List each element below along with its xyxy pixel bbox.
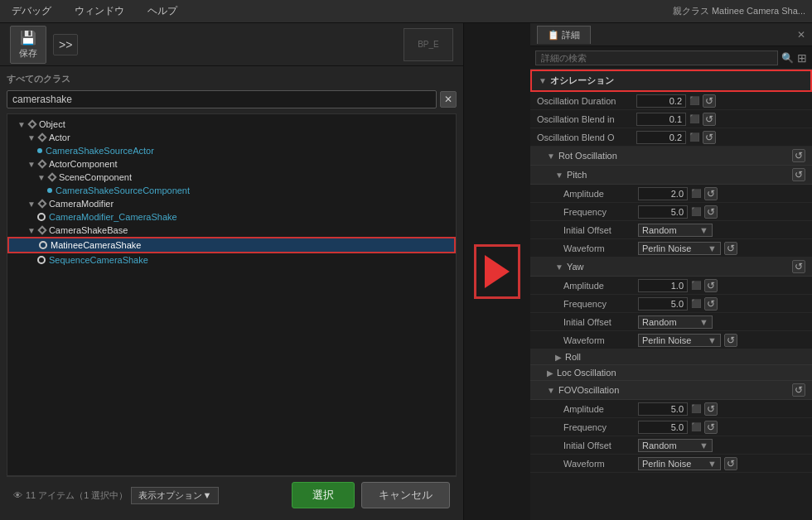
tree-item-camerashakesourcecomponent[interactable]: CameraShakeSourceComponent: [7, 184, 456, 197]
save-label: 保存: [19, 47, 37, 60]
pitch-reset[interactable]: ↺: [792, 168, 805, 181]
oscillation-blendout-input[interactable]: [636, 131, 686, 144]
tree-item-sequencecamerashake[interactable]: SequenceCameraShake: [7, 253, 456, 267]
select-button[interactable]: 選択: [292, 482, 355, 508]
yaw-frequency-reset[interactable]: ↺: [704, 297, 718, 311]
rot-oscillation-reset[interactable]: ↺: [792, 149, 805, 162]
oscillation-duration-reset[interactable]: ↺: [703, 94, 716, 108]
eye-icon: 👁: [13, 490, 22, 500]
fov-amplitude-input[interactable]: [638, 402, 688, 416]
oscillation-duration-label: Oscillation Duration: [537, 96, 636, 106]
pitch-initial-offset-dropdown[interactable]: Random ▼: [638, 224, 713, 237]
pitch-header[interactable]: ▼ Pitch ↺: [530, 166, 812, 185]
oscillation-blendin-reset[interactable]: ↺: [703, 113, 716, 126]
cancel-button[interactable]: キャンセル: [361, 482, 450, 508]
tree-item-actor[interactable]: ▼ Actor: [7, 131, 456, 144]
oscillation-duration-input[interactable]: [636, 94, 686, 108]
expand-arrow-camerashakebase: ▼: [27, 226, 36, 235]
fov-amplitude-reset[interactable]: ↺: [704, 402, 718, 416]
yaw-frequency-input[interactable]: [638, 297, 688, 311]
rot-oscillation-header[interactable]: ▼ Rot Oscillation ↺: [530, 147, 812, 166]
tree-item-object[interactable]: ▼ Object: [7, 118, 456, 131]
details-view-button[interactable]: ⊞: [797, 51, 807, 65]
oscillation-duration-drag-icon: ⬛: [689, 96, 699, 105]
fov-oscillation-reset[interactable]: ↺: [792, 383, 805, 397]
yaw-waveform-reset[interactable]: ↺: [724, 334, 737, 347]
expand-button[interactable]: >>: [53, 34, 78, 55]
search-icon: 🔍: [781, 52, 794, 64]
tree-item-camerashakesourceactor[interactable]: CameraShakeSourceActor: [7, 144, 456, 157]
oscillation-blendout-label: Oscillation Blend O: [537, 132, 636, 142]
tree-item-cameramodifier[interactable]: ▼ CameraModifier: [7, 197, 456, 210]
yaw-amplitude-drag-icon: ⬛: [691, 281, 701, 290]
bottom-bar: 👁 11 アイテム（1 選択中） 表示オプション▼ 選択 キャンセル: [7, 476, 457, 513]
save-button[interactable]: 💾 保存: [10, 26, 46, 64]
tree-item-cameramodifier-camerashake[interactable]: CameraModifier_CameraShake: [7, 210, 456, 224]
yaw-frequency-value: ⬛ ↺: [638, 297, 805, 311]
pitch-amplitude-input[interactable]: [638, 187, 688, 200]
pitch-waveform-row: Waveform Perlin Noise ▼ ↺: [530, 239, 812, 258]
details-tab[interactable]: 📋 詳細: [537, 26, 591, 44]
tree-item-camerashakebase[interactable]: ▼ CameraShakeBase: [7, 224, 456, 237]
yaw-initial-offset-dropdown-arrow: ▼: [699, 317, 708, 327]
tree-item-actorcomponent[interactable]: ▼ ActorComponent: [7, 157, 456, 171]
fov-initial-offset-dropdown[interactable]: Random ▼: [638, 439, 713, 452]
oscillation-section-label: オシレーション: [550, 75, 614, 87]
pitch-frequency-reset[interactable]: ↺: [704, 205, 718, 219]
details-panel: 📋 詳細 ✕ 🔍 ⊞ ▼ オシレーション Oscillation Duratio…: [530, 23, 812, 520]
yaw-amplitude-reset[interactable]: ↺: [704, 279, 718, 292]
yaw-frequency-row: Frequency ⬛ ↺: [530, 295, 812, 313]
tree-label-camerashakebase: CameraShakeBase: [49, 225, 128, 235]
show-options-button[interactable]: 表示オプション▼: [131, 487, 219, 504]
pitch-waveform-value: Perlin Noise ▼ ↺: [638, 242, 805, 255]
oscillation-duration-value: ⬛ ↺: [636, 94, 805, 108]
roll-expand-icon: ▶: [555, 353, 562, 362]
fov-frequency-reset[interactable]: ↺: [704, 421, 718, 434]
details-close-button[interactable]: ✕: [797, 29, 805, 41]
fov-waveform-dropdown-arrow: ▼: [708, 459, 717, 469]
yaw-amplitude-value: ⬛ ↺: [638, 279, 805, 292]
tree-item-matineecamerashake[interactable]: MatineeCameraShake: [7, 237, 456, 253]
yaw-initial-offset-dropdown[interactable]: Random ▼: [638, 315, 713, 329]
loc-oscillation-label: Loc Oscillation: [557, 368, 616, 378]
fov-oscillation-header[interactable]: ▼ FOVOscillation ↺: [530, 381, 812, 400]
roll-header[interactable]: ▶ Roll: [530, 349, 812, 365]
class-picker: すべてのクラス ✕ ▼ Object ▼ Actor: [0, 66, 463, 520]
pitch-waveform-reset[interactable]: ↺: [724, 242, 737, 255]
oscillation-section-header[interactable]: ▼ オシレーション: [530, 70, 812, 92]
pitch-waveform-dropdown[interactable]: Perlin Noise ▼: [638, 242, 721, 255]
menu-window[interactable]: ウィンドウ: [70, 2, 129, 20]
pitch-initial-offset-dropdown-arrow: ▼: [699, 225, 708, 235]
fov-frequency-input[interactable]: [638, 421, 688, 434]
expand-arrow-actor: ▼: [27, 133, 36, 142]
yaw-frequency-label: Frequency: [563, 299, 638, 309]
pitch-frequency-input[interactable]: [638, 205, 688, 219]
yaw-reset[interactable]: ↺: [792, 260, 805, 273]
oscillation-blendin-input[interactable]: [636, 113, 686, 126]
menu-debug[interactable]: デバッグ: [7, 2, 56, 20]
yaw-initial-offset-row: Initial Offset Random ▼: [530, 313, 812, 331]
yaw-header[interactable]: ▼ Yaw ↺: [530, 258, 812, 277]
search-input[interactable]: [7, 90, 437, 108]
clear-search-button[interactable]: ✕: [440, 91, 457, 108]
details-search-input[interactable]: [535, 51, 778, 65]
pitch-waveform-value-text: Perlin Noise: [642, 243, 691, 253]
loc-oscillation-header[interactable]: ▶ Loc Oscillation: [530, 365, 812, 381]
class-picker-title: すべてのクラス: [7, 73, 457, 85]
tree-item-scenecomponent[interactable]: ▼ SceneComponent: [7, 171, 456, 184]
oscillation-blendin-row: Oscillation Blend in ⬛ ↺: [530, 110, 812, 128]
oscillation-blendout-reset[interactable]: ↺: [703, 131, 716, 144]
details-body: ▼ オシレーション Oscillation Duration ⬛ ↺ Oscil…: [530, 70, 812, 520]
pitch-amplitude-reset[interactable]: ↺: [704, 187, 718, 200]
yaw-waveform-dropdown[interactable]: Perlin Noise ▼: [638, 334, 721, 347]
menu-help[interactable]: ヘルプ: [143, 2, 182, 20]
yaw-amplitude-input[interactable]: [638, 279, 688, 292]
roll-label: Roll: [565, 352, 581, 362]
fov-frequency-value: ⬛ ↺: [638, 421, 805, 434]
fov-waveform-reset[interactable]: ↺: [724, 457, 737, 470]
tree-label-camerashakesourceactor: CameraShakeSourceActor: [46, 146, 154, 156]
fov-waveform-dropdown[interactable]: Perlin Noise ▼: [638, 457, 721, 470]
fov-initial-offset-value-text: Random: [642, 441, 677, 450]
loc-oscillation-expand-icon: ▶: [547, 368, 553, 378]
left-panel: 💾 保存 >> BP_E すべてのクラス ✕ ▼ Obj: [0, 23, 464, 520]
